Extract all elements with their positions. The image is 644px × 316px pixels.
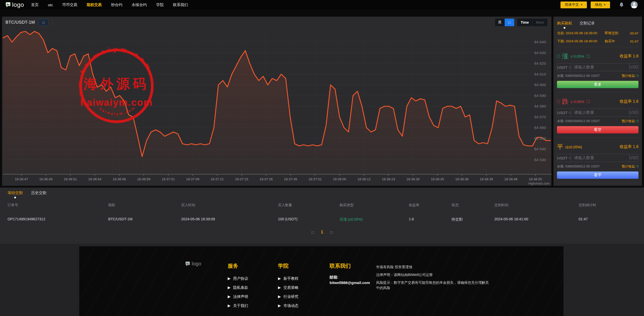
svg-text:18:37:45: 18:37:45	[284, 177, 297, 181]
next-page-button[interactable]: □	[330, 230, 332, 234]
order-status: 待交割	[452, 217, 494, 222]
fall-condition: ≥ 0.05%	[570, 99, 584, 104]
order-settle-time: 2024-05-06 18:41:00	[494, 217, 579, 222]
balance-text: 余额: 93663585812.06 USDT	[557, 119, 600, 123]
nav-item-spot-trade[interactable]: 币币交易	[62, 3, 77, 7]
link-beginner-tutorial[interactable]: ▶新手教程	[278, 274, 299, 283]
col-countdown: 交割倒计时	[579, 203, 636, 207]
svg-text:18:36:47: 18:36:47	[15, 177, 28, 181]
next-period-row: 下期: 2024-05-06 18:40:00 购买中 01:47	[557, 37, 638, 45]
svg-text:64 540: 64 540	[534, 147, 546, 151]
order-type: 买涨 (≥0.05%)	[340, 217, 409, 222]
theme-light-button[interactable]: □	[505, 19, 514, 26]
tab-settlement-records[interactable]: 交割记录	[580, 21, 595, 26]
fall-amount-input[interactable]	[571, 109, 629, 116]
range-more-button[interactable]: More	[532, 19, 547, 26]
contact-email[interactable]: 邮箱: bitwell888@gmail.com	[330, 274, 370, 286]
chart-range-group: Time More	[517, 19, 547, 26]
nav-item-academy[interactable]: 学院	[156, 3, 164, 7]
link-industry-research[interactable]: ▶行业研究	[278, 292, 299, 301]
next-period-status: 购买中	[605, 39, 627, 44]
fall-balance-row: 余额: 93663585812.06 USDT 预计收益: 0	[557, 119, 638, 124]
svg-text:64 640: 64 640	[534, 40, 546, 44]
nav-item-otc[interactable]: otc	[48, 3, 53, 7]
tab-buy-options[interactable]: 购买期权	[557, 21, 572, 26]
link-user-agreement[interactable]: ▶用户协议	[228, 274, 248, 283]
svg-text:18:36:59: 18:36:59	[137, 177, 150, 181]
rise-label: 涨	[562, 52, 568, 61]
chevron-down-icon: ▼	[580, 4, 583, 6]
symbol-select-button[interactable]: □	[38, 19, 49, 26]
svg-text:18:38:38: 18:38:38	[455, 177, 469, 181]
next-countdown: 01:47	[627, 40, 638, 43]
notification-bell-icon[interactable]	[619, 2, 624, 7]
user-avatar[interactable]	[630, 1, 638, 9]
symbol-title: BTC/USDT-1M	[6, 20, 35, 25]
svg-text:64 630: 64 630	[534, 51, 546, 55]
footer-box: logo 服务 ▶用户协议 ▶隐私条款 ▶法律声明 ▶关于我们 学院 ▶新手教程…	[79, 246, 564, 316]
col-status: 状态	[452, 203, 494, 207]
prev-page-button[interactable]: □	[311, 230, 314, 234]
buy-up-button[interactable]: 看多	[557, 81, 638, 88]
link-about-us[interactable]: ▶关于我们	[228, 301, 248, 310]
site-logo[interactable]: logo	[5, 1, 24, 8]
svg-text:18:36:51: 18:36:51	[64, 177, 77, 181]
tab-waiting-settlement[interactable]: 等待交割	[8, 191, 23, 195]
tab-history-settlement[interactable]: 历史交割	[31, 191, 46, 195]
orders-tabs: 等待交割 历史交割	[8, 191, 636, 195]
nav-item-perpetual-contract[interactable]: 永续合约	[132, 3, 147, 7]
broken-image-icon	[5, 2, 11, 8]
options-trading-page: logo 首页 otc 币币交易 期权交易 秒合约 永续合约 学院 联系我们 简…	[0, 0, 644, 316]
link-trading-strategy[interactable]: ▶交易策略	[278, 283, 299, 292]
link-market-news[interactable]: ▶市场动态	[278, 301, 299, 310]
topbar-right: 简体中文 ▼ 钱包 ▼	[560, 1, 639, 9]
link-legal-statement[interactable]: ▶法律声明	[228, 292, 248, 301]
bullet-icon: ▶	[278, 285, 281, 290]
up-glyph-icon: □	[587, 53, 589, 59]
footer-logo: logo	[185, 261, 201, 267]
disclaimer-line: 市场有风险 投资需谨慎	[376, 264, 494, 270]
toolbar-divider	[53, 19, 53, 26]
pagination: □ 1 □	[8, 230, 636, 234]
currency-select[interactable]: USDT□	[557, 154, 571, 162]
svg-text:18:37:51: 18:37:51	[308, 177, 322, 181]
chart-panel: BTC/USDT-1M □ 黑 □ Time More 18:36:4718:3…	[2, 17, 551, 186]
wallet-button[interactable]: 钱包 ▼	[591, 2, 610, 8]
nav-item-options-trade[interactable]: 期权交易	[87, 3, 102, 7]
col-rate: 收益率	[409, 203, 452, 207]
nav-item-home[interactable]: 首页	[31, 3, 38, 7]
logo-text: logo	[12, 1, 24, 8]
rise-option-section: □ 涨 ≥ 0.05% □ 收益率 1.6 USDT□ USDT 余额: 936…	[557, 47, 638, 88]
svg-text:64 560: 64 560	[534, 125, 546, 130]
svg-text:18:36:49: 18:36:49	[39, 177, 53, 181]
svg-text:64 600: 64 600	[534, 83, 546, 87]
wallet-label: 钱包	[595, 3, 602, 7]
current-page-number[interactable]: 1	[321, 230, 323, 234]
footer-logo-text: logo	[192, 261, 201, 267]
price-line-chart[interactable]: 18:36:4718:36:4918:36:5118:36:5418:36:56…	[2, 28, 551, 185]
language-select-button[interactable]: 简体中文 ▼	[560, 2, 587, 8]
buy-flat-button[interactable]: 看平	[557, 171, 638, 179]
svg-text:18:37:23: 18:37:23	[235, 177, 248, 181]
currency-select[interactable]: USDT□	[557, 109, 571, 116]
col-settle-time: 交割时间	[494, 203, 579, 207]
range-time-button[interactable]: Time	[517, 19, 532, 26]
highcharts-credit[interactable]: Highcharts.com	[529, 182, 549, 185]
col-order-id: 订单号	[8, 203, 108, 207]
rise-amount-input[interactable]	[571, 63, 629, 71]
theme-dark-button[interactable]: 黑	[495, 19, 505, 26]
section-divider	[557, 183, 638, 183]
footer-column-title: 学院	[278, 262, 299, 269]
nav-item-contact-us[interactable]: 联系我们	[173, 3, 188, 7]
nav-item-seconds-contract[interactable]: 秒合约	[111, 3, 122, 7]
svg-text:18:37:21: 18:37:21	[211, 177, 224, 181]
footer-disclaimer: 市场有风险 投资需谨慎 法律声明：该网站由BitWell公司运营 风险提示：数字…	[376, 264, 494, 293]
flat-amount-input[interactable]	[571, 154, 629, 162]
unit-label: USDT	[629, 63, 638, 71]
bullet-icon: ▶	[278, 303, 281, 308]
link-privacy-terms[interactable]: ▶隐私条款	[228, 283, 248, 292]
buy-down-button[interactable]: 看空	[557, 126, 638, 133]
currency-select[interactable]: USDT□	[557, 63, 571, 71]
fall-amount-group: USDT□ USDT	[557, 109, 638, 117]
svg-text:64 580: 64 580	[534, 104, 546, 108]
